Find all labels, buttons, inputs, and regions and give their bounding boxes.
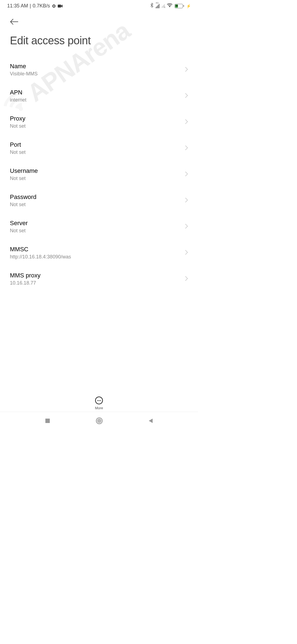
setting-mms-proxy[interactable]: MMS proxy 10.16.18.77 (10, 266, 188, 292)
gear-icon (52, 4, 56, 8)
setting-label: Username (10, 167, 185, 174)
more-label: More (95, 406, 103, 410)
setting-value: http://10.16.18.4:38090/was (10, 254, 185, 260)
setting-server[interactable]: Server Not set (10, 214, 188, 240)
more-button[interactable]: More (95, 397, 103, 410)
setting-value: internet (10, 97, 185, 103)
status-bar: 11:35 AM | 0.7KB/s 4G ✕ (0, 0, 198, 11)
svg-rect-0 (58, 4, 61, 7)
status-right: 4G ✕ 38 ⚡ (150, 3, 191, 9)
status-separator: | (30, 3, 31, 9)
setting-mmsc[interactable]: MMSC http://10.16.18.4:38090/was (10, 240, 188, 266)
wifi-icon (167, 3, 172, 9)
header (0, 11, 198, 30)
battery-percentage: 38 (175, 4, 178, 8)
page-title: Edit access point (0, 30, 198, 54)
triangle-back-icon (148, 418, 153, 424)
setting-label: Server (10, 220, 185, 227)
setting-apn[interactable]: APN internet (10, 83, 188, 109)
square-icon (45, 418, 50, 424)
chevron-right-icon (185, 93, 188, 99)
setting-label: Name (10, 63, 185, 70)
setting-label: Proxy (10, 115, 185, 122)
signal-4g-icon: 4G (156, 4, 160, 8)
chevron-right-icon (185, 223, 188, 230)
chevron-right-icon (185, 67, 188, 73)
setting-name[interactable]: Name Visible-MMS (10, 57, 188, 83)
setting-value: Not set (10, 202, 185, 208)
setting-proxy[interactable]: Proxy Not set (10, 109, 188, 135)
chevron-right-icon (185, 119, 188, 125)
back-button[interactable] (10, 16, 19, 27)
setting-username[interactable]: Username Not set (10, 161, 188, 187)
setting-value: Not set (10, 228, 185, 234)
camera-icon (58, 4, 63, 8)
status-time: 11:35 AM (7, 3, 28, 9)
signal-no-sim-icon: ✕ (162, 4, 165, 8)
settings-list: Name Visible-MMS APN internet Proxy Not … (0, 54, 198, 292)
setting-value: Not set (10, 149, 185, 155)
chevron-right-icon (185, 197, 188, 204)
nav-recent-button[interactable] (45, 418, 50, 424)
battery-icon: 38 (175, 4, 184, 8)
nav-back-button[interactable] (148, 418, 153, 424)
setting-value: Not set (10, 176, 185, 181)
status-data-rate: 0.7KB/s (33, 3, 50, 9)
svg-point-4 (97, 419, 101, 423)
chevron-right-icon (185, 276, 188, 282)
chevron-right-icon (185, 171, 188, 178)
circle-icon (96, 417, 103, 424)
setting-value: 10.16.18.77 (10, 280, 185, 286)
svg-rect-2 (45, 419, 50, 423)
setting-label: MMS proxy (10, 272, 185, 279)
back-arrow-icon (10, 18, 19, 25)
status-left: 11:35 AM | 0.7KB/s (7, 3, 63, 9)
charging-icon: ⚡ (186, 4, 191, 8)
setting-label: MMSC (10, 246, 185, 253)
setting-value: Not set (10, 123, 185, 129)
more-icon (95, 397, 103, 404)
setting-label: APN (10, 89, 185, 96)
nav-bar (0, 412, 198, 429)
setting-label: Password (10, 193, 185, 201)
setting-port[interactable]: Port Not set (10, 135, 188, 161)
setting-password[interactable]: Password Not set (10, 187, 188, 214)
nav-home-button[interactable] (96, 417, 103, 424)
setting-label: Port (10, 141, 185, 148)
bluetooth-icon (150, 3, 153, 9)
chevron-right-icon (185, 250, 188, 256)
bottom-bar: More (0, 393, 198, 410)
setting-value: Visible-MMS (10, 71, 185, 77)
chevron-right-icon (185, 145, 188, 152)
